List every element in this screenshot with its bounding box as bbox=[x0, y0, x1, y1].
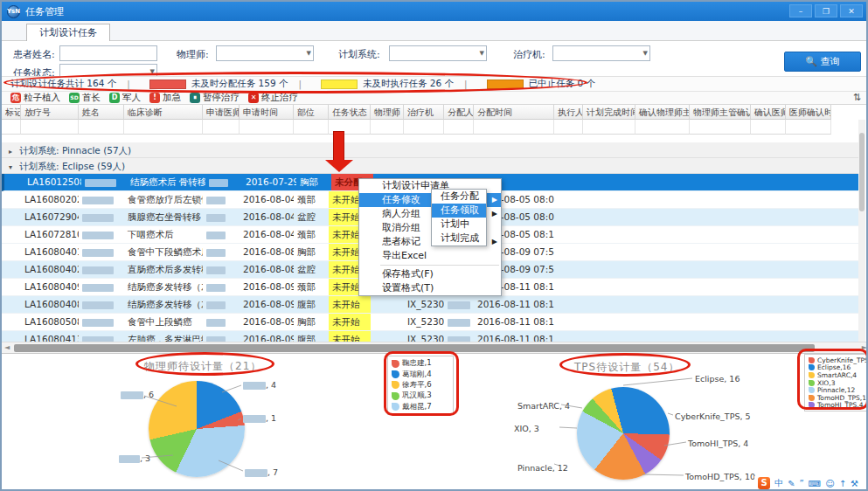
cell bbox=[786, 261, 831, 278]
column-sort-icon[interactable]: ⇅ bbox=[853, 92, 861, 103]
column-header[interactable]: 执行人 bbox=[554, 105, 583, 120]
cell: IX_5230 bbox=[404, 314, 444, 330]
cell: 结肠癌多发转移（左颈、腹... bbox=[124, 279, 203, 295]
column-header[interactable]: 任务状态 ▲ bbox=[329, 105, 371, 120]
filter-cell[interactable] bbox=[2, 120, 21, 135]
cell: 2016-08-09 17:25 bbox=[240, 331, 294, 342]
ime-tool-icon[interactable]: ☺ bbox=[825, 479, 834, 488]
column-header[interactable]: 分配人 bbox=[444, 105, 474, 120]
cell bbox=[554, 191, 583, 208]
submenu-item-计划完成[interactable]: 计划完成 bbox=[432, 232, 486, 246]
vertical-scrollbar[interactable] bbox=[858, 120, 865, 342]
cell bbox=[690, 279, 751, 295]
filter-cell[interactable] bbox=[203, 120, 240, 135]
column-header[interactable]: 临床诊断 bbox=[124, 105, 203, 120]
cell bbox=[690, 314, 751, 330]
submenu-item-任务领取[interactable]: 任务领取 bbox=[432, 204, 486, 218]
patient-name-input[interactable] bbox=[59, 45, 157, 61]
column-header[interactable]: 物理师主管确认时间 bbox=[690, 105, 751, 120]
filter-cell[interactable] bbox=[690, 120, 751, 135]
column-header[interactable]: 医师确认时间 bbox=[786, 105, 831, 120]
app-logo-icon: YsN bbox=[7, 5, 20, 18]
vertical-scrollbar-thumb[interactable] bbox=[859, 133, 865, 211]
filter-cell[interactable] bbox=[751, 120, 786, 135]
maximize-button[interactable]: ❐ bbox=[815, 4, 837, 17]
group-row[interactable]: ▾计划系统: Eclipse (59人) bbox=[2, 158, 862, 174]
table-row[interactable]: LA16080508食管中上段鳞癌2016-08-09 16:25胸部未开始IX… bbox=[2, 314, 859, 331]
tab-plan-design-task[interactable]: 计划设计任务 bbox=[26, 24, 110, 41]
menu-item-设置格式(T)[interactable]: 设置格式(T) bbox=[359, 281, 501, 295]
cell bbox=[2, 261, 21, 278]
column-header[interactable]: 物理师 bbox=[371, 105, 404, 120]
cell: 胸部 bbox=[296, 174, 331, 190]
table-row[interactable]: LA16080408结肠癌多发转移（左颈、腹...2016-08-09 16:1… bbox=[2, 296, 859, 314]
filter-cell[interactable] bbox=[635, 120, 690, 135]
ime-tool-icon[interactable]: ↑ bbox=[839, 479, 846, 488]
sogou-logo-icon[interactable]: S bbox=[758, 477, 770, 489]
menu-item-保存格式(F)[interactable]: 保存格式(F) bbox=[359, 267, 501, 281]
horizontal-scrollbar-thumb[interactable] bbox=[14, 344, 815, 352]
filter-cell[interactable] bbox=[444, 120, 474, 135]
mark-button-暂停治疗[interactable]: ⏸暂停治疗 bbox=[190, 92, 240, 104]
ime-tool-icon[interactable]: 中 bbox=[774, 477, 783, 489]
charts-panel: 物理师待设计量（21）, 6, 4, 1, 7, 3鞠忠建,1葛瑞刚,4徐寿平,… bbox=[2, 353, 868, 489]
mark-button-粒子植入[interactable]: 危粒子植入 bbox=[10, 92, 60, 104]
table-row[interactable]: LA16080413左肺癌，多发淋巴结M2016-08-09 17:25腹部未开… bbox=[2, 331, 859, 342]
column-header[interactable]: 部位 bbox=[294, 105, 329, 120]
filter-cell[interactable] bbox=[371, 120, 404, 135]
column-header[interactable]: 计划完成时间 bbox=[583, 105, 635, 120]
submenu-item-计划中[interactable]: 计划中 bbox=[432, 218, 486, 232]
group-row[interactable]: ▸计划系统: Pinnacle (57人) bbox=[2, 142, 862, 158]
horizontal-scrollbar[interactable]: ◄ ► bbox=[2, 342, 868, 353]
mark-button-军人[interactable]: D军人 bbox=[109, 92, 141, 104]
filter-cell[interactable] bbox=[124, 120, 203, 135]
redacted-text bbox=[82, 214, 114, 222]
column-header[interactable]: 确认医师 bbox=[751, 105, 786, 120]
cell bbox=[554, 296, 583, 313]
ime-tool-icon[interactable]: ⚒ bbox=[851, 479, 858, 488]
column-header[interactable]: 申请医师 bbox=[203, 105, 240, 120]
cell bbox=[786, 244, 831, 260]
filter-cell[interactable] bbox=[583, 120, 635, 135]
cell: LA16080402 bbox=[21, 261, 79, 278]
submenu-item-任务分配[interactable]: 任务分配 bbox=[432, 190, 486, 204]
status-color-swatch bbox=[149, 80, 186, 89]
ime-tool-icon[interactable]: ✎ bbox=[788, 479, 795, 488]
filter-cell[interactable] bbox=[554, 120, 583, 135]
query-button[interactable]: 🔍查询 bbox=[784, 52, 861, 72]
filter-cell[interactable] bbox=[474, 120, 554, 135]
menu-item-导出Excel[interactable]: 导出Excel bbox=[359, 249, 501, 263]
mark-button-加急[interactable]: !加急 bbox=[149, 92, 181, 104]
plan-system-select[interactable]: ▼ bbox=[389, 45, 487, 61]
column-header[interactable]: 治疗机 bbox=[404, 105, 444, 120]
column-header[interactable]: 分配时间 bbox=[474, 105, 554, 120]
filter-cell[interactable] bbox=[21, 120, 79, 135]
physicist-select[interactable]: ▼ bbox=[216, 45, 314, 61]
ime-tool-icon[interactable]: ⌨ bbox=[809, 479, 821, 488]
scroll-right-icon[interactable]: ► bbox=[862, 343, 867, 351]
column-header[interactable]: 放疗号 bbox=[21, 105, 79, 120]
cell bbox=[2, 226, 21, 243]
cell: 2016-08-08 10:59 bbox=[240, 261, 294, 278]
machine-select[interactable]: ▼ bbox=[552, 45, 650, 61]
column-header[interactable]: 申请时间 bbox=[240, 105, 294, 120]
mark-button-终止治疗[interactable]: ✕终止治疗 bbox=[248, 92, 298, 104]
context-submenu: 任务分配任务领取计划中计划完成 bbox=[431, 189, 487, 246]
cell bbox=[583, 261, 635, 278]
minimize-button[interactable]: – bbox=[789, 4, 812, 17]
plan-system-label: 计划系统: bbox=[338, 48, 380, 61]
mark-button-首长[interactable]: SD首长 bbox=[69, 92, 101, 104]
filter-cell[interactable] bbox=[404, 120, 444, 135]
filter-cell[interactable] bbox=[294, 120, 329, 135]
column-header[interactable]: 确认物理师主管 bbox=[635, 105, 690, 120]
scroll-left-icon[interactable]: ◄ bbox=[4, 343, 10, 351]
filter-cell[interactable] bbox=[786, 120, 831, 135]
ime-tool-icon[interactable]: ” bbox=[800, 479, 804, 488]
column-header[interactable]: 姓名 bbox=[79, 105, 124, 120]
filter-cell[interactable] bbox=[240, 120, 294, 135]
filter-cell[interactable] bbox=[79, 120, 124, 135]
column-header[interactable]: 标记 bbox=[2, 105, 21, 120]
close-button[interactable]: ✕ bbox=[840, 4, 863, 17]
redacted-text bbox=[206, 319, 226, 327]
cell: 未开始 bbox=[329, 331, 371, 342]
